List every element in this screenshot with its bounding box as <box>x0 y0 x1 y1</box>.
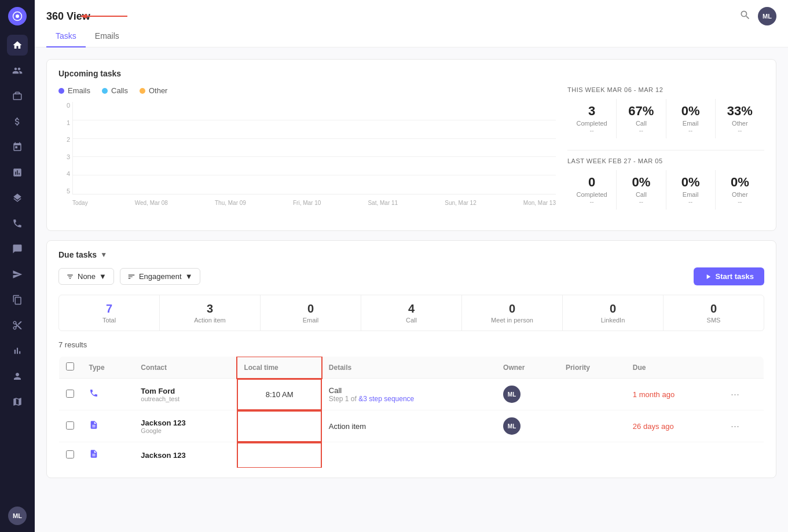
stat-lw-call-sub: -- <box>619 198 663 205</box>
sidebar-item-briefcase[interactable] <box>7 86 28 107</box>
row1-details-type: Call <box>329 386 489 395</box>
stat-lw-call-label: Call <box>619 191 663 198</box>
row1-contact-name[interactable]: Tom Ford <box>141 387 230 395</box>
sidebar-item-map[interactable] <box>7 391 28 412</box>
x-label-fri: Fri, Mar 10 <box>293 200 321 206</box>
row2-checkbox[interactable] <box>66 421 74 430</box>
sidebar-item-send[interactable] <box>7 264 28 285</box>
row2-contact-name[interactable]: Jackson 123 <box>141 419 230 427</box>
sidebar-item-phone[interactable] <box>7 213 28 234</box>
sidebar-item-people[interactable] <box>7 60 28 81</box>
filter-engagement-button[interactable]: Engagement ▼ <box>120 268 200 285</box>
row1-details-cell: Call Step 1 of &3 step sequence <box>322 379 496 410</box>
row3-local-time-cell <box>237 442 321 468</box>
task-count-linkedin-value: 0 <box>566 302 659 315</box>
row2-due-cell: 26 days ago <box>626 410 724 442</box>
table-row: Jackson 123 <box>59 442 764 468</box>
sort-icon <box>127 273 135 281</box>
stat-last-week-other: 0% Other -- <box>716 170 764 210</box>
stat-lw-completed-sub: -- <box>570 198 614 205</box>
row1-details-sub: Step 1 of &3 step sequence <box>329 395 489 403</box>
task-count-meet[interactable]: 0 Meet in person <box>462 295 563 331</box>
stat-other-value: 33% <box>718 104 762 119</box>
row3-checkbox[interactable] <box>66 450 74 458</box>
stat-last-week-call: 0% Call -- <box>617 170 666 210</box>
content-area: Upcoming tasks Emails Calls <box>35 47 788 532</box>
filter-none-arrow: ▼ <box>99 272 107 281</box>
due-tasks-title: Due tasks <box>58 250 97 259</box>
sidebar-item-bar-chart[interactable] <box>7 340 28 361</box>
row1-contact-sub: outreach_test <box>141 395 230 402</box>
stat-email-label: Email <box>669 120 713 127</box>
y-label-1: 1 <box>58 119 70 126</box>
sidebar-item-contact[interactable] <box>7 366 28 387</box>
row3-owner-cell <box>496 442 559 468</box>
legend-emails-dot <box>58 88 64 94</box>
start-tasks-label: Start tasks <box>716 272 754 281</box>
col-contact: Contact <box>134 357 237 379</box>
row2-more-button[interactable]: ··· <box>731 420 739 432</box>
task-counts: 7 Total 3 Action item 0 Email 4 Call 0 <box>58 295 764 331</box>
task-count-total[interactable]: 7 Total <box>59 295 160 331</box>
sidebar-item-copy[interactable] <box>7 289 28 310</box>
stat-completed-value: 3 <box>570 104 614 119</box>
select-all-checkbox[interactable] <box>66 362 74 370</box>
sidebar-item-layers[interactable] <box>7 188 28 208</box>
tab-emails[interactable]: Emails <box>86 25 129 47</box>
sidebar-item-calendar[interactable] <box>7 137 28 157</box>
due-tasks-dropdown-arrow[interactable]: ▼ <box>100 251 107 259</box>
col-details: Details <box>322 357 496 379</box>
sidebar-item-scissors[interactable] <box>7 315 28 336</box>
stat-lw-other-value: 0% <box>718 175 762 190</box>
app-logo[interactable] <box>8 7 27 25</box>
task-count-sms[interactable]: 0 SMS <box>664 295 764 331</box>
row1-checkbox-cell <box>59 379 82 410</box>
stat-lw-completed-label: Completed <box>570 191 614 198</box>
row1-owner-avatar: ML <box>503 386 521 403</box>
task-count-meet-value: 0 <box>466 302 559 315</box>
row1-sequence-link[interactable]: &3 step sequence <box>358 395 414 403</box>
last-week-title: LAST WEEK FEB 27 - MAR 05 <box>567 157 764 164</box>
row2-more-cell: ··· <box>724 410 764 442</box>
table-row: Jackson 123 Google Action item ML 26 day <box>59 410 764 442</box>
row1-due-cell: 1 month ago <box>626 379 724 410</box>
user-badge-header[interactable]: ML <box>758 7 776 25</box>
row3-type-cell <box>82 442 134 468</box>
table-row: Tom Ford outreach_test 8:10 AM Call Step… <box>59 379 764 410</box>
tab-tasks[interactable]: Tasks <box>46 25 86 47</box>
stat-completed-label: Completed <box>570 120 614 127</box>
row1-more-button[interactable]: ··· <box>731 388 739 400</box>
filter-engagement-arrow: ▼ <box>185 272 193 281</box>
task-count-call-label: Call <box>365 317 458 324</box>
row2-contact-sub: Google <box>141 427 230 434</box>
stat-lw-other-label: Other <box>718 191 762 198</box>
row1-due-date: 1 month ago <box>633 390 675 399</box>
stats-panel: THIS WEEK MAR 06 - MAR 12 3 Completed --… <box>567 86 764 221</box>
sidebar-item-home[interactable] <box>7 35 28 56</box>
sidebar-item-chat[interactable] <box>7 239 28 259</box>
start-tasks-button[interactable]: Start tasks <box>694 267 764 285</box>
row1-contact-cell: Tom Ford outreach_test <box>134 379 237 410</box>
stat-this-week-email: 0% Email -- <box>666 99 716 138</box>
task-count-action-value: 3 <box>163 302 256 315</box>
task-count-call[interactable]: 4 Call <box>361 295 462 331</box>
stat-this-week-completed: 3 Completed -- <box>567 99 617 138</box>
stats-divider <box>567 150 764 151</box>
filter-none-button[interactable]: None ▼ <box>58 268 114 285</box>
sidebar-item-analytics[interactable] <box>7 162 28 183</box>
due-tasks-card: Due tasks ▼ None ▼ Engagement ▼ <box>46 240 776 478</box>
task-count-email[interactable]: 0 Email <box>261 295 361 331</box>
sidebar-item-dollar[interactable] <box>7 111 28 132</box>
task-count-linkedin[interactable]: 0 LinkedIn <box>563 295 664 331</box>
search-button[interactable] <box>739 9 751 23</box>
row1-checkbox[interactable] <box>66 390 74 398</box>
stat-completed-sub: -- <box>570 127 614 134</box>
row2-checkbox-cell <box>59 410 82 442</box>
task-count-total-label: Total <box>63 317 156 324</box>
row2-priority-cell <box>559 410 626 442</box>
stat-email-sub: -- <box>669 127 713 134</box>
task-count-action[interactable]: 3 Action item <box>160 295 261 331</box>
task-count-sms-value: 0 <box>667 302 760 315</box>
user-avatar-sidebar[interactable]: ML <box>8 507 27 525</box>
row3-contact-name[interactable]: Jackson 123 <box>141 451 230 460</box>
